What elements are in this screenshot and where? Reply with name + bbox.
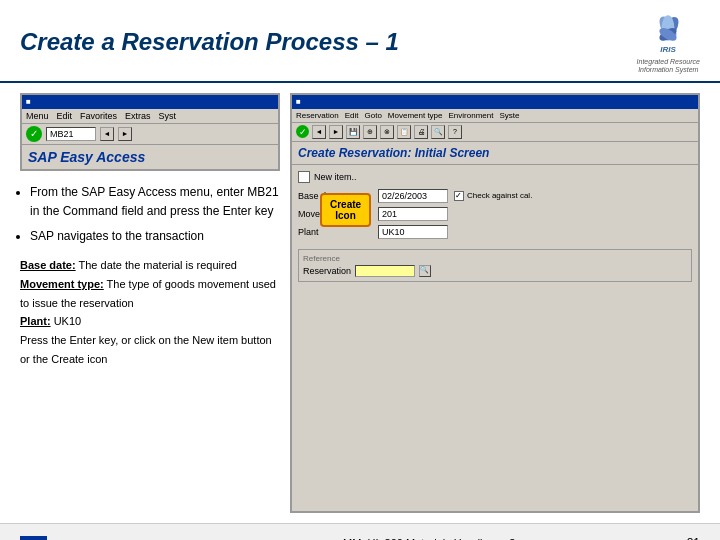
sap-menu-bar[interactable]: Menu Edit Favorites Extras Syst — [22, 109, 278, 124]
page-title: Create a Reservation Process – 1 — [20, 28, 399, 56]
iris-logo-icon: IRIS — [644, 10, 692, 58]
sap-toolbar: ✓ MB21 ◄ ► — [22, 124, 278, 145]
res-toolbar-btn-1[interactable]: ◄ — [312, 125, 326, 139]
reservation-search-button[interactable]: 🔍 — [419, 265, 431, 277]
sap-res-toolbar: ✓ ◄ ► 💾 ⊕ ⊗ 📋 🖨 🔍 ? — [292, 123, 698, 142]
def-term-base-date: Base date: — [20, 259, 76, 271]
reference-label: Reference — [303, 254, 687, 263]
res-toolbar-btn-7[interactable]: ? — [448, 125, 462, 139]
res-toolbar-btn-save[interactable]: 💾 — [346, 125, 360, 139]
res-menu-movement-type[interactable]: Movement type — [388, 111, 443, 120]
toolbar-btn-1[interactable]: ◄ — [100, 127, 114, 141]
res-menu-goto[interactable]: Goto — [364, 111, 381, 120]
res-menu-environment[interactable]: Environment — [449, 111, 494, 120]
res-toolbar-btn-4[interactable]: ⊗ — [380, 125, 394, 139]
res-menu-reservation[interactable]: Reservation — [296, 111, 339, 120]
iris-logo: IRIS Integrated ResourceInformation Syst… — [637, 10, 700, 75]
sap-res-screen-title: Create Reservation: Initial Screen — [292, 142, 698, 165]
check-against-cal-label: Check against cal. — [467, 191, 532, 200]
res-menu-system[interactable]: Syste — [499, 111, 519, 120]
sap-window-title-text: ■ — [26, 97, 31, 106]
bullet-list: From the SAP Easy Access menu, enter MB2… — [20, 183, 280, 247]
definitions-section: Base date: The date the material is requ… — [20, 256, 280, 368]
reservation-row: Reservation 🔍 — [303, 265, 687, 277]
field-value-plant[interactable]: UK10 — [378, 225, 448, 239]
def-term-movement-type: Movement type: — [20, 278, 104, 290]
def-base-date: Base date: The date the material is requ… — [20, 256, 280, 275]
menu-item-extras[interactable]: Extras — [125, 111, 151, 121]
def-instructions: Press the Enter key, or click on the New… — [20, 331, 280, 368]
def-movement-type: Movement type: The type of goods movemen… — [20, 275, 280, 312]
menu-item-favorites[interactable]: Favorites — [80, 111, 117, 121]
page-header: Create a Reservation Process – 1 IRIS In… — [0, 0, 720, 83]
menu-item-system[interactable]: Syst — [159, 111, 177, 121]
footer-page-number: 81 — [687, 536, 700, 540]
footer-left: UK UNIVERSITY OF KENTUCKY — [20, 536, 172, 540]
reservation-field-label: Reservation — [303, 266, 351, 276]
field-value-base-date[interactable]: 02/26/2003 — [378, 189, 448, 203]
reference-section: Reference Reservation 🔍 — [298, 249, 692, 282]
res-toolbar-btn-find[interactable]: 🔍 — [431, 125, 445, 139]
create-icon-button[interactable]: Create Icon — [320, 193, 371, 227]
sap-command-field[interactable]: MB21 — [46, 127, 96, 141]
res-toolbar-btn-3[interactable]: ⊕ — [363, 125, 377, 139]
sap-res-titlebar: ■ — [292, 95, 698, 109]
left-column: ■ Menu Edit Favorites Extras Syst ✓ MB21… — [20, 93, 280, 513]
right-column: ■ Reservation Edit Goto Movement type En… — [290, 93, 700, 513]
bullet-item-2: SAP navigates to the transaction — [30, 227, 280, 246]
def-term-plant: Plant: — [20, 315, 51, 327]
sap-reservation-window: ■ Reservation Edit Goto Movement type En… — [290, 93, 700, 513]
res-menu-edit[interactable]: Edit — [345, 111, 359, 120]
svg-text:IRIS: IRIS — [661, 45, 677, 54]
main-content: ■ Menu Edit Favorites Extras Syst ✓ MB21… — [0, 83, 720, 523]
new-item-label: New item.. — [314, 172, 357, 182]
sap-res-title-text: ■ — [296, 97, 301, 106]
page-footer: UK UNIVERSITY OF KENTUCKY MM_HI_300 Mate… — [0, 523, 720, 540]
iris-logo-subtitle: Integrated ResourceInformation System — [637, 58, 700, 75]
new-item-checkbox[interactable] — [298, 171, 310, 183]
form-row-plant: Plant UK10 — [298, 225, 692, 239]
res-toolbar-btn-2[interactable]: ► — [329, 125, 343, 139]
res-toolbar-btn-6[interactable]: 🖨 — [414, 125, 428, 139]
res-check-icon[interactable]: ✓ — [296, 125, 309, 138]
def-desc-instructions: Press the Enter key, or click on the New… — [20, 334, 272, 365]
sap-easy-access-label: SAP Easy Access — [22, 145, 278, 169]
sap-window-titlebar: ■ — [22, 95, 278, 109]
def-desc-base-date: The date the material is required — [79, 259, 237, 271]
menu-item-menu[interactable]: Menu — [26, 111, 49, 121]
new-item-row: New item.. — [298, 171, 692, 183]
sap-easy-access-window: ■ Menu Edit Favorites Extras Syst ✓ MB21… — [20, 93, 280, 171]
uk-logo: UK — [20, 536, 47, 540]
reservation-input-field[interactable] — [355, 265, 415, 277]
sap-res-form: New item.. Create Icon Base date 02/26/2… — [292, 165, 698, 511]
field-value-movement-type[interactable]: 201 — [378, 207, 448, 221]
res-toolbar-btn-5[interactable]: 📋 — [397, 125, 411, 139]
toolbar-btn-2[interactable]: ► — [118, 127, 132, 141]
field-label-plant: Plant — [298, 227, 378, 237]
def-desc-plant: UK10 — [54, 315, 82, 327]
def-plant: Plant: UK10 — [20, 312, 280, 331]
menu-item-edit[interactable]: Edit — [57, 111, 73, 121]
bullet-item-1: From the SAP Easy Access menu, enter MB2… — [30, 183, 280, 221]
check-against-cal-checkbox[interactable] — [454, 191, 464, 201]
sap-check-icon[interactable]: ✓ — [26, 126, 42, 142]
sap-res-menubar[interactable]: Reservation Edit Goto Movement type Envi… — [292, 109, 698, 123]
